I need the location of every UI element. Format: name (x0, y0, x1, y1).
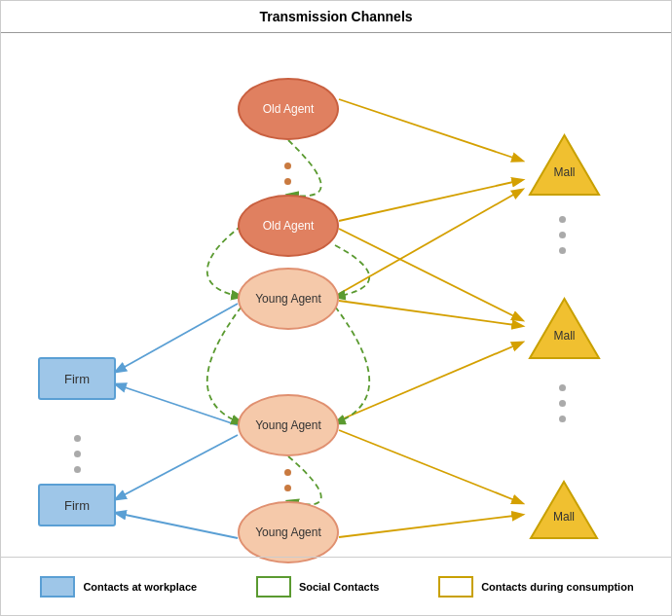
legend-consumption: Contacts during consumption (438, 576, 633, 598)
dot-7 (74, 466, 81, 473)
legend-workplace-label: Contacts at workplace (83, 581, 197, 593)
dot-13 (559, 416, 566, 422)
mall-2: Mall (525, 287, 603, 360)
legend-box-blue (40, 576, 75, 598)
svg-text:Mall: Mall (553, 510, 575, 524)
young-agent-3: Young Agent (238, 501, 339, 563)
dot-2 (284, 178, 291, 185)
svg-line-1 (339, 180, 522, 221)
dot-9 (559, 232, 566, 238)
legend: Contacts at workplace Social Contacts Co… (1, 557, 672, 615)
legend-box-green (256, 576, 291, 598)
dot-5 (74, 435, 81, 442)
legend-social: Social Contacts (256, 576, 380, 598)
firm-1: Firm (38, 357, 116, 400)
dot-11 (559, 384, 566, 391)
dot-12 (559, 400, 566, 407)
legend-consumption-label: Contacts during consumption (481, 581, 633, 593)
svg-text:Mall: Mall (553, 329, 575, 343)
young-agent-1: Young Agent (238, 268, 339, 330)
svg-line-6 (339, 430, 522, 503)
svg-line-5 (339, 343, 522, 420)
mall-3: Mall (527, 472, 601, 540)
title-bar: Transmission Channels (1, 1, 671, 33)
old-agent-1: Old Agent (238, 78, 339, 140)
svg-line-11 (116, 513, 238, 538)
young-agent-2: Young Agent (238, 394, 339, 456)
svg-line-8 (116, 304, 238, 372)
dot-3 (284, 469, 291, 476)
dot-1 (284, 163, 291, 169)
svg-line-9 (116, 384, 238, 425)
diagram-area: Old Agent Old Agent Young Agent Young Ag… (1, 36, 672, 581)
dot-10 (559, 247, 566, 254)
firm-2: Firm (38, 484, 116, 526)
legend-social-label: Social Contacts (299, 581, 380, 593)
svg-line-7 (339, 515, 522, 537)
svg-line-3 (339, 229, 522, 320)
legend-workplace: Contacts at workplace (40, 576, 197, 598)
svg-text:Mall: Mall (553, 165, 575, 179)
svg-line-2 (339, 190, 522, 294)
legend-box-yellow (438, 576, 473, 598)
svg-line-4 (339, 301, 522, 326)
svg-line-10 (116, 435, 238, 499)
svg-line-0 (339, 99, 522, 161)
mall-1: Mall (525, 124, 603, 197)
dot-8 (559, 216, 566, 223)
page: Transmission Channels (0, 0, 672, 616)
dot-6 (74, 451, 81, 457)
old-agent-2: Old Agent (238, 195, 339, 257)
dot-4 (284, 485, 291, 491)
page-title: Transmission Channels (259, 9, 412, 24)
